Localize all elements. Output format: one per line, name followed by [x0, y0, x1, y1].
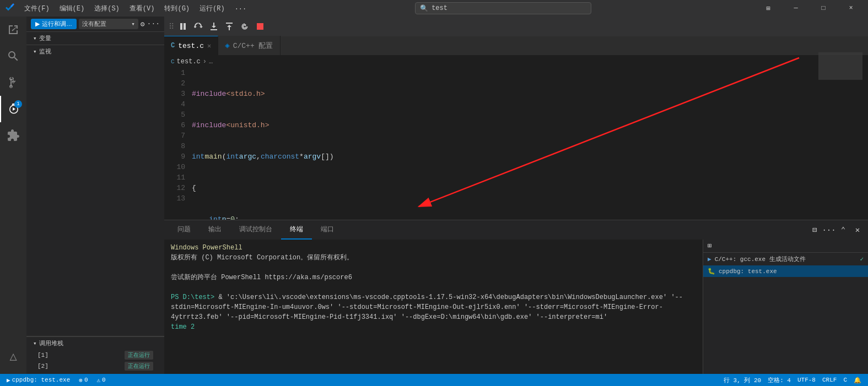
layout-toggle[interactable]: ⊞ [756, 0, 781, 17]
right-output-panel: ⊞ ▶ C/C++: gcc.exe 生成活动文件 ✓ 🐛 cppdbg: te… [703, 240, 868, 374]
menu-edit[interactable]: 编辑(E) [55, 3, 89, 14]
status-warnings[interactable]: ⚠ 0 [94, 377, 107, 384]
status-line-col[interactable]: 行 3, 列 20 [721, 376, 763, 384]
rop-item-gcc[interactable]: ▶ C/C++: gcc.exe 生成活动文件 ✓ [703, 253, 868, 265]
panel-actions: ⊟ ··· ⌃ ✕ [808, 224, 864, 236]
status-line-ending[interactable]: CRLF [820, 376, 839, 384]
terminal-line: 尝试新的跨平台 PowerShell https://aka.ms/pscore… [171, 273, 696, 282]
status-warning-count: 0 [102, 377, 106, 383]
panel-tab-output[interactable]: 输出 [200, 220, 230, 240]
panel-close-button[interactable]: ✕ [851, 224, 864, 236]
stop-button[interactable] [254, 20, 267, 33]
activity-search[interactable] [0, 43, 26, 69]
status-debug-label: cppdbg: test.exe [12, 377, 71, 383]
status-notifications[interactable]: 🔔 [851, 376, 864, 384]
status-debug-icon: ▶ [7, 377, 10, 384]
rop-icon: ⊞ [708, 242, 711, 250]
panel-layout-button[interactable]: ⊟ [808, 224, 821, 236]
line-numbers: 1 2 3 4 5 6 7 8 9 10 11 12 13 [164, 68, 192, 220]
panel-tab-problems[interactable]: 问题 [169, 220, 200, 240]
svg-rect-1 [184, 23, 186, 30]
menu-view[interactable]: 查看(V) [125, 3, 159, 14]
window-controls: ⊞ ─ □ × [756, 0, 864, 17]
panel-tab-bar: 问题 输出 调试控制台 终端 端口 ⊟ ··· ⌃ ✕ [164, 220, 868, 240]
svg-rect-0 [180, 23, 182, 30]
debug-toolbar: ▶ 运行和调… 没有配置 ▾ ⚙ ··· [26, 17, 164, 32]
menu-select[interactable]: 选择(S) [90, 3, 124, 14]
call-stack-item-2[interactable]: [2] 正在运行 [26, 361, 164, 372]
menu-more[interactable]: ... [230, 3, 251, 14]
pause-button[interactable] [176, 20, 190, 33]
run-debug-button[interactable]: ▶ 运行和调… [31, 19, 77, 29]
panel-more-button[interactable]: ··· [823, 224, 835, 236]
tab-label: test.c [178, 42, 204, 50]
terminal-line [171, 263, 696, 273]
panel-area: 问题 输出 调试控制台 终端 端口 ⊟ ··· ⌃ ✕ Windows Powe… [164, 220, 868, 374]
debug-settings-icon[interactable]: ⚙ [141, 20, 145, 29]
rop-bug-icon: 🐛 [708, 268, 715, 275]
status-right: 行 3, 列 20 空格: 4 UTF-8 CRLF C 🔔 [721, 376, 864, 384]
activity-explorer[interactable] [0, 17, 26, 43]
debug-config-dropdown[interactable]: 没有配置 ▾ [79, 19, 138, 29]
tab-test-c[interactable]: C test.c ✕ [164, 36, 218, 55]
restore-button[interactable]: □ [811, 0, 836, 17]
app-logo [4, 3, 15, 14]
tab-bar: C test.c ✕ ◈ C/C++ 配置 [164, 36, 868, 56]
step-out-button[interactable] [223, 20, 236, 33]
call-stack-section: ▾ 调用堆栈 [1] 正在运行 [2] 正在运行 [26, 336, 164, 374]
terminal-line: PS D:\test> & 'c:\Users\li\.vscode\exten… [171, 292, 696, 322]
status-debug[interactable]: ▶ cppdbg: test.exe [4, 377, 72, 384]
tab-cpp-icon: ◈ [225, 41, 229, 50]
status-spaces[interactable]: 空格: 4 [765, 376, 793, 384]
rop-item-cppdbg[interactable]: 🐛 cppdbg: test.exe [703, 265, 868, 277]
drag-handle[interactable]: ⠿ [169, 22, 174, 31]
status-error-count: 0 [84, 377, 88, 383]
search-box[interactable]: 🔍 test [415, 2, 591, 14]
call-stack-item-1[interactable]: [1] 正在运行 [26, 350, 164, 361]
activity-triangle[interactable]: △ [0, 343, 26, 369]
search-icon: 🔍 [420, 4, 428, 13]
status-bar: ▶ cppdbg: test.exe ⊗ 0 ⚠ 0 行 3, 列 20 空格:… [0, 374, 868, 386]
terminal-line: Windows PowerShell [171, 243, 696, 253]
minimize-button[interactable]: ─ [783, 0, 808, 17]
menu-file[interactable]: 文件(F) [20, 3, 54, 14]
panel-tab-debug-console[interactable]: 调试控制台 [230, 220, 281, 240]
status-badge-1: 正在运行 [125, 351, 153, 360]
panel-tab-ports[interactable]: 端口 [312, 220, 343, 240]
status-errors[interactable]: ⊗ 0 [77, 377, 90, 384]
restart-button[interactable] [238, 20, 251, 33]
watch-header[interactable]: ▾ 监视 [26, 45, 164, 58]
rop-run-icon: ▶ [708, 255, 711, 263]
variables-header[interactable]: ▾ 变量 [26, 32, 164, 45]
rop-item-label: C/C++: gcc.exe 生成活动文件 [715, 255, 806, 263]
call-stack-header[interactable]: ▾ 调用堆栈 [26, 337, 164, 350]
debug-action-bar: ⠿ [164, 17, 868, 36]
search-text: test [432, 4, 448, 12]
code-text[interactable]: #include<stdio.h> #include<unistd.h> int… [192, 68, 868, 220]
tab-close-button[interactable]: ✕ [207, 42, 211, 50]
panel-content: Windows PowerShell 版权所有 (C) Microsoft Co… [164, 240, 868, 374]
code-editor[interactable]: 1 2 3 4 5 6 7 8 9 10 11 12 13 #include<s… [164, 68, 868, 220]
status-encoding[interactable]: UTF-8 [795, 376, 818, 384]
activity-bar: 1 △ [0, 17, 26, 374]
debug-more-icon[interactable]: ··· [147, 20, 160, 28]
step-into-button[interactable] [207, 20, 220, 33]
activity-extensions[interactable] [0, 122, 26, 149]
terminal-line: 版权所有 (C) Microsoft Corporation。保留所有权利。 [171, 253, 696, 263]
terminal-output[interactable]: Windows PowerShell 版权所有 (C) Microsoft Co… [164, 240, 703, 374]
status-language[interactable]: C [841, 376, 849, 384]
activity-source-control[interactable] [0, 69, 26, 96]
terminal-line: time 2 [171, 322, 696, 332]
tab-cpp-config[interactable]: ◈ C/C++ 配置 [218, 36, 280, 55]
main-area: 1 △ ▶ 运行和调… 没有配置 ▾ ⚙ ··· ▾ 变量 [0, 17, 868, 374]
sidebar: ▶ 运行和调… 没有配置 ▾ ⚙ ··· ▾ 变量 ▾ 监视 [26, 17, 164, 374]
close-button[interactable]: × [838, 0, 864, 17]
panel-maximize-button[interactable]: ⌃ [837, 224, 849, 236]
panel-tab-terminal[interactable]: 终端 [281, 220, 312, 240]
rop-check-icon: ✓ [860, 255, 864, 263]
menu-goto[interactable]: 转到(G) [160, 3, 194, 14]
step-over-button[interactable] [192, 20, 205, 33]
menu-run[interactable]: 运行(R) [195, 3, 229, 14]
activity-debug[interactable]: 1 [0, 96, 26, 122]
activity-bottom: △ [0, 343, 26, 374]
